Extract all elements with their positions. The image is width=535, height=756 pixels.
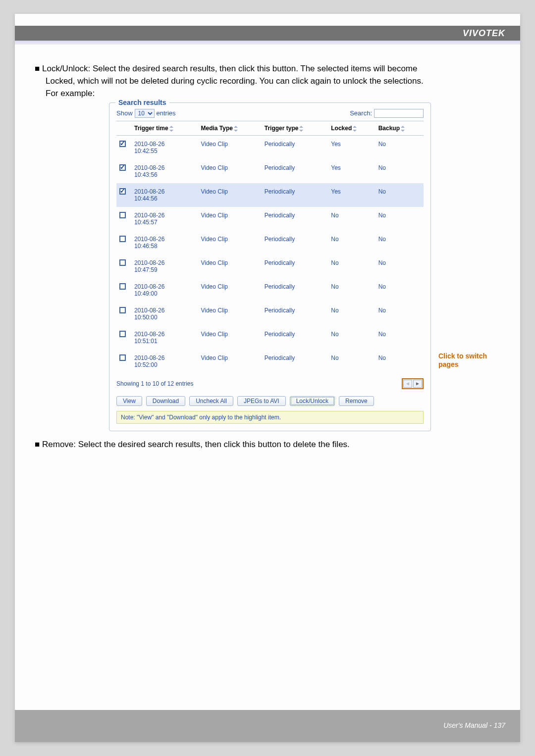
fieldset-body: Show 10 entries Search: xyxy=(109,109,430,431)
search-input[interactable] xyxy=(374,109,424,118)
jpegs-to-avi-button[interactable]: JPEGs to AVI xyxy=(237,396,286,406)
top-controls: Show 10 entries Search: xyxy=(116,109,424,118)
showing-text: Showing 1 to 10 of 12 entries xyxy=(116,380,193,387)
sort-icon xyxy=(169,126,174,132)
cell-media-type: Video Clip xyxy=(198,231,261,254)
cell-trigger-time: 2010-08-2610:43:56 xyxy=(131,159,198,183)
cell-backup: No xyxy=(375,254,424,278)
cell-trigger-type: Periodically xyxy=(262,207,328,231)
footer-text: User's Manual - 137 xyxy=(443,721,505,729)
cell-locked: No xyxy=(328,302,375,326)
table-footer: Showing 1 to 10 of 12 entries ◄ ► xyxy=(116,378,424,389)
cell-media-type: Video Clip xyxy=(198,350,261,373)
footer-band: User's Manual - 137 xyxy=(15,710,520,742)
fieldset-legend: Search results xyxy=(115,99,169,106)
page: VIVOTEK ■ Lock/Unlock: Select the desire… xyxy=(15,14,520,742)
cell-trigger-time: 2010-08-2610:44:56 xyxy=(131,183,198,207)
entries-label: entries xyxy=(157,109,176,117)
cell-media-type: Video Clip xyxy=(198,135,261,159)
table-row[interactable]: 2010-08-2610:42:55Video ClipPeriodically… xyxy=(116,135,424,159)
cell-media-type: Video Clip xyxy=(198,159,261,183)
view-button[interactable]: View xyxy=(116,396,142,406)
cell-trigger-type: Periodically xyxy=(262,159,328,183)
cell-media-type: Video Clip xyxy=(198,278,261,302)
note-bar: Note: "View" and "Download" only apply t… xyxy=(116,411,424,424)
table-row[interactable]: 2010-08-2610:52:00Video ClipPeriodically… xyxy=(116,350,424,373)
cell-backup: No xyxy=(375,135,424,159)
cell-media-type: Video Clip xyxy=(198,326,261,350)
cell-backup: No xyxy=(375,207,424,231)
show-entries: Show 10 entries xyxy=(116,109,176,118)
row-checkbox[interactable] xyxy=(119,307,126,313)
cell-trigger-time: 2010-08-2610:45:57 xyxy=(131,207,198,231)
cell-locked: No xyxy=(328,254,375,278)
col-locked[interactable]: Locked xyxy=(328,121,375,135)
cell-backup: No xyxy=(375,278,424,302)
cell-locked: No xyxy=(328,350,375,373)
cell-backup: No xyxy=(375,326,424,350)
uncheck-all-button[interactable]: Uncheck All xyxy=(189,396,233,406)
table-row[interactable]: 2010-08-2610:50:00Video ClipPeriodically… xyxy=(116,302,424,326)
cell-backup: No xyxy=(375,350,424,373)
row-checkbox[interactable] xyxy=(119,188,126,195)
cell-media-type: Video Clip xyxy=(198,254,261,278)
pager: ◄ ► xyxy=(402,378,424,389)
row-checkbox[interactable] xyxy=(119,283,126,290)
row-checkbox[interactable] xyxy=(119,164,126,171)
cell-trigger-time: 2010-08-2610:42:55 xyxy=(131,135,198,159)
row-checkbox[interactable] xyxy=(119,236,126,242)
cell-locked: No xyxy=(328,207,375,231)
cell-trigger-time: 2010-08-2610:47:59 xyxy=(131,254,198,278)
cell-trigger-type: Periodically xyxy=(262,254,328,278)
cell-locked: Yes xyxy=(328,159,375,183)
cell-locked: No xyxy=(328,231,375,254)
pager-prev-button[interactable]: ◄ xyxy=(403,380,412,388)
lock-unlock-button[interactable]: Lock/Unlock xyxy=(290,396,335,406)
search-results-fieldset: Search results Show 10 entries Search: xyxy=(109,102,431,431)
lock-unlock-para-3: For example: xyxy=(35,88,500,100)
cell-trigger-type: Periodically xyxy=(262,135,328,159)
table-row[interactable]: 2010-08-2610:49:00Video ClipPeriodically… xyxy=(116,278,424,302)
cell-trigger-time: 2010-08-2610:51:01 xyxy=(131,326,198,350)
cell-trigger-time: 2010-08-2610:46:58 xyxy=(131,231,198,254)
table-row[interactable]: 2010-08-2610:46:58Video ClipPeriodically… xyxy=(116,231,424,254)
row-checkbox[interactable] xyxy=(119,141,126,147)
table-row[interactable]: 2010-08-2610:43:56Video ClipPeriodically… xyxy=(116,159,424,183)
cell-trigger-time: 2010-08-2610:52:00 xyxy=(131,350,198,373)
row-checkbox[interactable] xyxy=(119,331,126,337)
cell-locked: No xyxy=(328,326,375,350)
cell-trigger-type: Periodically xyxy=(262,326,328,350)
table-row[interactable]: 2010-08-2610:44:56Video ClipPeriodically… xyxy=(116,183,424,207)
row-checkbox[interactable] xyxy=(119,354,126,361)
pager-next-button[interactable]: ► xyxy=(413,380,422,388)
row-checkbox[interactable] xyxy=(119,212,126,218)
content-area: ■ Lock/Unlock: Select the desired search… xyxy=(35,63,500,452)
sort-icon xyxy=(234,126,238,132)
entries-select[interactable]: 10 xyxy=(135,109,155,118)
cell-media-type: Video Clip xyxy=(198,207,261,231)
table-header-row: Trigger time Media Type Trigger type Loc… xyxy=(116,121,424,135)
sort-icon xyxy=(353,126,357,132)
button-bar: View Download Uncheck All JPEGs to AVI L… xyxy=(116,396,424,406)
cell-trigger-type: Periodically xyxy=(262,350,328,373)
download-button[interactable]: Download xyxy=(146,396,185,406)
remove-button[interactable]: Remove xyxy=(339,396,374,406)
col-trigger-time[interactable]: Trigger time xyxy=(131,121,198,135)
col-trigger-type[interactable]: Trigger type xyxy=(262,121,328,135)
cell-media-type: Video Clip xyxy=(198,183,261,207)
search-box: Search: xyxy=(350,109,424,118)
cell-trigger-time: 2010-08-2610:50:00 xyxy=(131,302,198,326)
cell-backup: No xyxy=(375,159,424,183)
col-backup[interactable]: Backup xyxy=(375,121,424,135)
col-media-type[interactable]: Media Type xyxy=(198,121,261,135)
row-checkbox[interactable] xyxy=(119,259,126,266)
table-row[interactable]: 2010-08-2610:51:01Video ClipPeriodically… xyxy=(116,326,424,350)
show-label: Show xyxy=(116,109,133,117)
brand-label: VIVOTEK xyxy=(463,28,505,39)
lock-unlock-para-2: Locked, which will not be deleted during… xyxy=(35,76,500,87)
table-row[interactable]: 2010-08-2610:45:57Video ClipPeriodically… xyxy=(116,207,424,231)
lock-unlock-para-1: ■ Lock/Unlock: Select the desired search… xyxy=(35,63,500,75)
cell-locked: Yes xyxy=(328,135,375,159)
header-band: VIVOTEK xyxy=(15,26,520,41)
table-row[interactable]: 2010-08-2610:47:59Video ClipPeriodically… xyxy=(116,254,424,278)
